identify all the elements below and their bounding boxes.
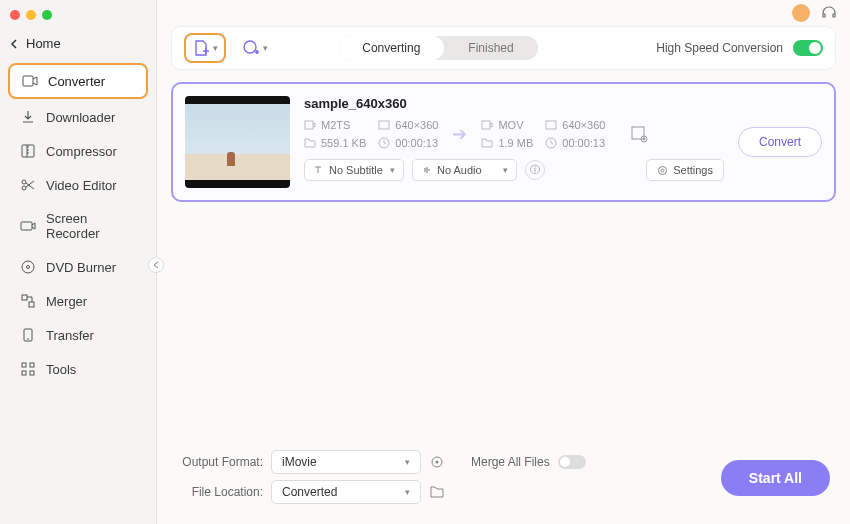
sidebar-item-label: DVD Burner [46,260,116,275]
minimize-window-icon[interactable] [26,10,36,20]
svg-rect-4 [21,222,32,230]
sidebar-item-compressor[interactable]: Compressor [8,135,148,167]
clock-icon [545,137,557,149]
high-speed-toggle[interactable] [793,40,823,56]
svg-point-5 [22,261,34,273]
info-icon: ⓘ [530,163,540,177]
file-options-row: No Subtitle▾ No Audio▾ ⓘ Settings [304,159,724,181]
svg-rect-7 [22,295,27,300]
converter-icon [22,73,38,89]
compressor-icon [20,143,36,159]
downloader-icon [20,109,36,125]
toolbar: ▾ ▾ Converting Finished High Speed Conve… [171,26,836,70]
output-settings-icon[interactable] [429,454,445,470]
file-location-select[interactable]: Converted▾ [271,480,421,504]
svg-point-15 [244,41,256,53]
file-card: sample_640x360 M2TS 640×360 559.1 KB 00:… [171,82,836,202]
convert-button[interactable]: Convert [738,127,822,157]
file-plus-icon [192,39,210,57]
folder-icon [481,137,493,149]
subtitle-icon [313,165,323,175]
sidebar-item-label: Tools [46,362,76,377]
sidebar-item-label: Video Editor [46,178,117,193]
audio-icon [421,165,431,175]
status-tabs: Converting Finished [338,36,537,60]
footer: Output Format: iMovie▾ Merge All Files F… [157,442,850,524]
video-format-icon [304,119,316,131]
close-window-icon[interactable] [10,10,20,20]
svg-point-3 [22,186,26,190]
scissors-icon [20,177,36,193]
svg-point-25 [661,169,664,172]
sidebar-item-video-editor[interactable]: Video Editor [8,169,148,201]
start-all-button[interactable]: Start All [721,460,830,496]
gear-icon [657,165,668,176]
svg-point-6 [27,266,30,269]
file-location-label: File Location: [173,485,263,499]
file-list: sample_640x360 M2TS 640×360 559.1 KB 00:… [157,70,850,442]
chevron-down-icon: ▾ [213,43,218,53]
file-name: sample_640x360 [304,96,724,111]
main-panel: ▾ ▾ Converting Finished High Speed Conve… [157,0,850,524]
svg-rect-11 [22,363,26,367]
tab-finished[interactable]: Finished [444,36,537,60]
add-circle-button[interactable]: ▾ [236,35,274,61]
sidebar: Home Converter Downloader Compressor Vid… [0,0,157,524]
svg-rect-8 [29,302,34,307]
svg-point-10 [27,338,29,340]
svg-rect-16 [305,121,313,129]
disc-icon [20,259,36,275]
transfer-icon [20,327,36,343]
settings-button[interactable]: Settings [646,159,724,181]
subtitle-select[interactable]: No Subtitle▾ [304,159,404,181]
edit-output-icon[interactable] [629,124,649,144]
merge-toggle[interactable] [558,455,586,469]
file-details: sample_640x360 M2TS 640×360 559.1 KB 00:… [304,96,724,188]
headset-icon[interactable] [820,4,838,22]
circle-plus-icon [242,39,260,57]
sidebar-item-tools[interactable]: Tools [8,353,148,385]
arrow-right-icon: ➔ [452,123,467,145]
video-thumbnail[interactable] [185,96,290,188]
sidebar-item-dvd-burner[interactable]: DVD Burner [8,251,148,283]
chevron-down-icon: ▾ [263,43,268,53]
svg-point-24 [659,166,667,174]
merge-icon [20,293,36,309]
audio-select[interactable]: No Audio▾ [412,159,517,181]
open-folder-icon[interactable] [429,484,445,500]
resolution-icon [378,119,390,131]
folder-icon [304,137,316,149]
clock-icon [378,137,390,149]
sidebar-item-label: Converter [48,74,105,89]
info-button[interactable]: ⓘ [525,160,545,180]
home-button[interactable]: Home [0,32,156,61]
sidebar-item-merger[interactable]: Merger [8,285,148,317]
sidebar-item-transfer[interactable]: Transfer [8,319,148,351]
svg-rect-19 [482,121,490,129]
avatar[interactable] [792,4,810,22]
svg-point-2 [22,180,26,184]
sidebar-item-label: Downloader [46,110,115,125]
sidebar-item-downloader[interactable]: Downloader [8,101,148,133]
output-format-select[interactable]: iMovie▾ [271,450,421,474]
sidebar-item-converter[interactable]: Converter [8,63,148,99]
add-file-button[interactable]: ▾ [184,33,226,63]
camera-icon [20,218,36,234]
grid-icon [20,361,36,377]
svg-rect-12 [30,363,34,367]
chevron-left-icon [153,261,159,269]
svg-point-27 [436,461,439,464]
sidebar-collapse-button[interactable] [148,257,164,273]
resolution-icon [545,119,557,131]
svg-rect-0 [23,76,33,86]
sidebar-item-label: Compressor [46,144,117,159]
sidebar-item-label: Screen Recorder [46,211,136,241]
maximize-window-icon[interactable] [42,10,52,20]
file-specs: M2TS 640×360 559.1 KB 00:00:13 ➔ MOV 640… [304,119,724,149]
svg-rect-17 [379,121,389,129]
sidebar-item-screen-recorder[interactable]: Screen Recorder [8,203,148,249]
tab-converting[interactable]: Converting [338,36,444,60]
sidebar-item-label: Transfer [46,328,94,343]
chevron-left-icon [10,39,20,49]
topbar [157,0,850,26]
